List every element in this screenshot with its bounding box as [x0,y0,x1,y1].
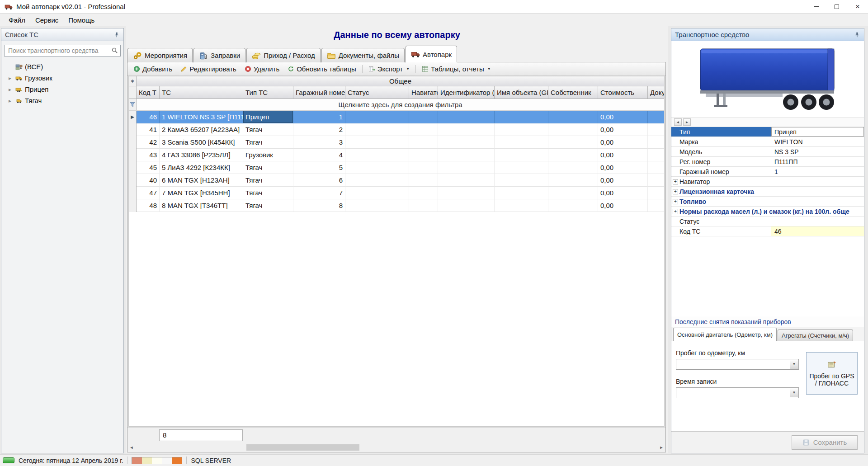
cell-cost[interactable]: 0,00 [598,174,648,187]
cell-status[interactable] [345,161,409,174]
toolbar-button-4[interactable]: Обновить таблицы [284,64,359,74]
expand-plus-icon[interactable]: + [671,187,679,196]
cell-type[interactable]: Тягач [243,161,293,174]
cell-garage[interactable]: 2 [293,123,345,136]
property-row-4[interactable]: Рег. номерП111ПП [671,157,864,167]
cell-ts[interactable]: 2 КамАЗ 65207 [А223АА] [160,123,243,136]
property-row-8[interactable]: +Топливо [671,197,864,207]
cell-garage[interactable]: 1 [293,111,345,123]
cell-doc[interactable] [648,111,665,123]
expand-plus-icon[interactable]: + [671,197,679,206]
table-row[interactable]: 477 MAN TGX [Н345НН]Тягач70,00 [129,187,664,199]
cell-ts[interactable]: 8 MAN TGX [Т346ТТ] [160,199,243,212]
cell-doc[interactable] [648,136,665,149]
cell-code[interactable]: 45 [137,161,160,174]
tree-item-2[interactable]: ▸Грузовик [2,72,123,84]
maximize-button[interactable] [826,0,847,13]
property-row-11[interactable]: Код ТС46 [671,226,864,236]
column-header-identifier[interactable]: Идентификатор (G [438,86,495,99]
cell-status[interactable] [345,199,409,212]
column-header-status[interactable]: Статус [345,86,409,99]
search-input[interactable] [4,45,121,56]
expander-icon[interactable]: ▸ [7,86,13,93]
cell-doc[interactable] [648,161,665,174]
column-header-ts[interactable]: ТС [160,86,243,99]
cell-code[interactable]: 42 [137,136,160,149]
cell-code[interactable]: 40 [137,174,160,187]
cell-code[interactable]: 46 [137,111,160,123]
record-time-combo[interactable]: ▼ [676,387,799,398]
cell-cost[interactable]: 0,00 [598,187,648,199]
tree-item-1[interactable]: (ВСЕ) [2,61,123,72]
toolbar-button-2[interactable]: Редактировать [177,64,240,74]
cell-code[interactable]: 43 [137,149,160,161]
expander-icon[interactable]: ▸ [7,75,13,81]
cell-doc[interactable] [648,149,665,161]
cell-status[interactable] [345,187,409,199]
expander-icon[interactable]: ▸ [7,98,13,104]
cell-identifier[interactable] [438,174,495,187]
property-row-5[interactable]: Гаражный номер1 [671,167,864,177]
cell-cost[interactable]: 0,00 [598,111,648,123]
column-header-doc[interactable]: Докум [648,86,665,99]
toolbar-button-3[interactable]: Удалить [241,64,283,74]
cell-navigator[interactable] [409,174,438,187]
cell-owner[interactable] [548,111,598,123]
table-row[interactable]: ▶461 WIELTON NS 3 SP [П111ПППрицеп10,00 [129,111,664,123]
property-row-2[interactable]: МаркаWIELTON [671,137,864,147]
cell-code[interactable]: 48 [137,199,160,212]
cell-cost[interactable]: 0,00 [598,123,648,136]
expand-plus-icon[interactable]: + [671,177,679,186]
cell-owner[interactable] [548,123,598,136]
cell-object[interactable] [495,149,548,161]
readings-tab-2[interactable]: Агрегаты (Счетчики, м/ч) [778,329,853,341]
property-row-6[interactable]: +Навигатор [671,177,864,187]
cell-doc[interactable] [648,174,665,187]
table-row[interactable]: 455 ЛиАЗ 4292 [К234КК]Тягач50,00 [129,161,664,174]
chevron-down-icon[interactable]: ▼ [790,388,798,397]
cell-navigator[interactable] [409,161,438,174]
cell-identifier[interactable] [438,187,495,199]
cell-identifier[interactable] [438,123,495,136]
cell-status[interactable] [345,136,409,149]
cell-type[interactable]: Прицеп [243,111,293,123]
cell-type[interactable]: Тягач [243,187,293,199]
property-value[interactable]: 46 [771,226,864,236]
tab-2[interactable]: Заправки [193,48,245,62]
table-row[interactable]: 412 КамАЗ 65207 [А223АА]Тягач20,00 [129,123,664,136]
cell-cost[interactable]: 0,00 [598,199,648,212]
minimize-button[interactable] [806,0,826,13]
cell-garage[interactable]: 8 [293,199,345,212]
expand-plus-icon[interactable]: + [671,207,679,216]
next-record-icon[interactable]: ► [683,118,691,126]
toolbar-button-1[interactable]: Добавить [130,64,175,74]
cell-cost[interactable]: 0,00 [598,161,648,174]
column-header-code[interactable]: Код Т [137,86,160,99]
scrollbar-thumb[interactable] [246,444,359,451]
cell-navigator[interactable] [409,149,438,161]
cell-ts[interactable]: 6 MAN TGX [Н123АН] [160,174,243,187]
cell-ts[interactable]: 1 WIELTON NS 3 SP [П111ПП [160,111,243,123]
filter-row[interactable]: Щелкните здесь для создания фильтра [129,99,664,111]
tab-5[interactable]: Автопарк [406,46,457,62]
cell-navigator[interactable] [409,123,438,136]
cell-doc[interactable] [648,199,665,212]
cell-type[interactable]: Тягач [243,136,293,149]
property-value[interactable] [771,217,864,226]
cell-ts[interactable]: 4 ГАЗ 33086 [Р235ЛЛ] [160,149,243,161]
odometer-combo[interactable]: ▼ [676,359,799,370]
cell-navigator[interactable] [409,136,438,149]
cell-owner[interactable] [548,161,598,174]
table-row[interactable]: 406 MAN TGX [Н123АН]Тягач60,00 [129,174,664,187]
cell-garage[interactable]: 5 [293,161,345,174]
property-row-3[interactable]: МодельNS 3 SP [671,147,864,157]
cell-identifier[interactable] [438,136,495,149]
cell-navigator[interactable] [409,187,438,199]
cell-type[interactable]: Тягач [243,123,293,136]
cell-object[interactable] [495,136,548,149]
column-header-type[interactable]: Тип ТС [243,86,293,99]
cell-code[interactable]: 41 [137,123,160,136]
column-header-cost[interactable]: Стоимость [598,86,648,99]
prev-record-icon[interactable]: ◄ [674,118,682,126]
cell-owner[interactable] [548,174,598,187]
